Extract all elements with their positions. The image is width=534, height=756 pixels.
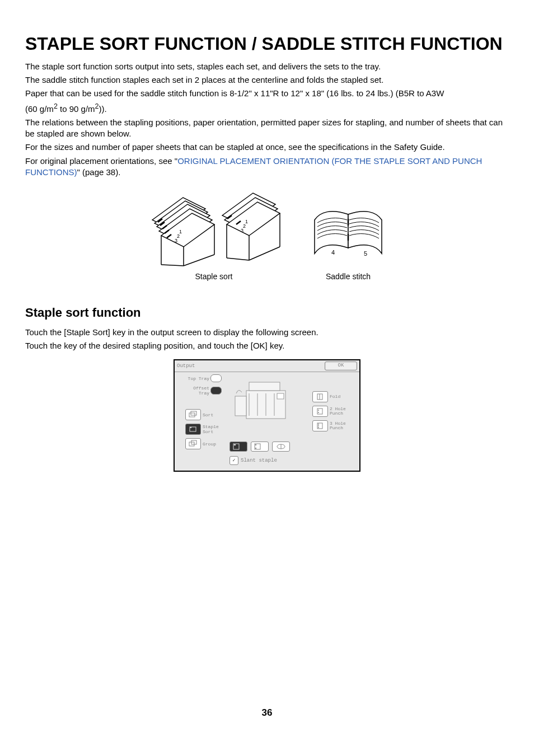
svg-text:1: 1 [245,219,248,224]
svg-text:4: 4 [331,249,335,256]
slant-staple-checkbox[interactable]: ✓ [229,456,238,465]
section-heading: Staple sort function [25,304,509,321]
staple-top-left-icon [233,443,244,450]
page-title: STAPLE SORT FUNCTION / SADDLE STITCH FUN… [25,34,509,54]
staple-sort-icon [188,425,198,433]
punch-3-icon [315,422,325,430]
staple-two-left-icon [254,443,265,450]
staple-position-1-button[interactable] [229,442,247,452]
svg-rect-43 [235,396,246,416]
paragraph: Touch the [Staple Sort] key in the outpu… [25,327,509,338]
printer-illustration [229,377,297,424]
illustration-label: Saddle stitch [309,271,387,282]
offset-tray-label: Offset Tray [182,386,209,396]
svg-point-59 [318,410,319,411]
punch-3hole-button[interactable] [312,420,328,431]
sort-button[interactable] [185,409,201,420]
svg-rect-44 [277,393,284,399]
svg-text:1: 1 [179,229,182,234]
paragraph: Paper that can be used for the saddle st… [25,88,509,99]
staple-sort-button[interactable] [185,424,201,435]
group-button[interactable] [185,438,201,449]
paragraph: Touch the key of the desired stapling po… [25,340,509,351]
top-tray-indicator[interactable] [210,374,222,382]
paragraph: (60 g/m2 to 90 g/m2)). [25,102,509,115]
svg-point-62 [318,424,319,425]
paragraph: The saddle stitch function staples each … [25,74,509,86]
fold-icon [315,393,325,401]
svg-point-63 [318,425,319,426]
saddle-icon [275,443,287,450]
svg-line-26 [227,258,249,260]
ok-button[interactable]: OK [325,361,357,370]
illustration-row: 321 321 Staple sort [25,192,509,282]
staple-sort-label: Staple Sort [203,424,222,434]
paragraph: For original placement orientations, see… [25,156,509,179]
sort-icon [188,411,198,419]
punch-2-icon [315,407,325,415]
svg-line-27 [249,247,280,260]
svg-rect-58 [317,408,322,414]
svg-line-9 [184,255,214,266]
staple-position-2-button[interactable] [251,442,269,452]
svg-point-60 [318,412,319,413]
group-label: Group [203,442,222,447]
fold-label: Fold [330,395,345,399]
punch-2hole-button[interactable] [312,406,328,417]
sort-label: Sort [203,412,222,417]
paragraph: The staple sort function sorts output in… [25,61,509,72]
slant-staple-label: Slant staple [241,457,277,464]
panel-title: Output [177,363,325,369]
fold-button[interactable] [312,391,328,402]
svg-rect-42 [249,382,280,391]
page-number: 36 [25,707,509,720]
offset-tray-indicator[interactable] [210,387,222,395]
saddle-stitch-icon: 45 [309,203,387,270]
paragraph: The relations between the stapling posit… [25,117,509,140]
svg-point-64 [318,427,319,428]
paragraph: For the sizes and number of paper sheets… [25,142,509,153]
staple-sort-icon: 321 321 [147,192,281,270]
svg-line-8 [161,265,184,266]
svg-text:5: 5 [364,250,367,257]
punch-3hole-label: 3 Hole Punch [330,421,345,430]
illustration-label: Staple sort [147,271,281,282]
touchscreen-panel: Output OK Top Tray Offset Tray Sort [174,359,360,472]
punch-2hole-label: 2 Hole Punch [330,407,345,416]
staple-position-3-button[interactable] [272,442,290,452]
top-tray-label: Top Tray [182,376,209,381]
group-icon [188,440,198,448]
